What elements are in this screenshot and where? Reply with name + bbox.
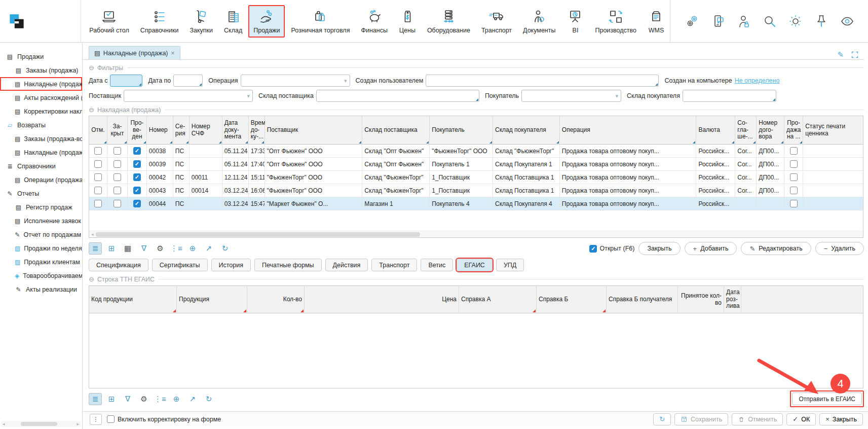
detail-tab[interactable]: УПД [496, 259, 524, 271]
column-header[interactable]: Статус печати ценника [803, 116, 863, 145]
nav-item[interactable]: Транспорт [476, 5, 517, 38]
column-header[interactable]: Продукция [177, 286, 247, 313]
add-list-icon[interactable]: ⊕ [170, 393, 183, 405]
marked-checkbox[interactable] [94, 187, 102, 194]
posted-checked-checkbox[interactable]: ✓ [133, 160, 141, 168]
column-header[interactable]: Отм. [89, 116, 107, 145]
sidebar-item[interactable]: ▤Продажи [0, 50, 82, 63]
posted-checked-checkbox[interactable]: ✓ [133, 147, 141, 155]
invoice-row[interactable]: ✓00043ПС0001403.12.2416:06"ФьюженТорг" О… [89, 184, 863, 197]
sidebar-item[interactable]: ▨Продажи клиентам п [0, 255, 82, 269]
column-header[interactable]: Поставщик [265, 116, 363, 145]
invoice-row[interactable]: ✓00042ПС0001112.11.2415:11"ФьюженТорг" О… [89, 171, 863, 184]
eye-icon[interactable] [840, 14, 855, 29]
column-header[interactable]: Врем до- ку-... [249, 116, 265, 145]
posted-checked-checkbox[interactable]: ✓ [133, 173, 141, 181]
nav-item[interactable]: BI [561, 5, 589, 38]
refresh-button[interactable]: ↻ [653, 413, 671, 425]
marked-checkbox[interactable] [94, 200, 102, 207]
more-actions-button[interactable]: ⋮ [90, 414, 102, 425]
nav-item[interactable]: Закупки [184, 5, 218, 38]
buyer-select[interactable]: ▾ [521, 90, 621, 102]
filter-icon[interactable]: ∇ [121, 393, 134, 405]
invoice-row[interactable]: ✓00039ПС05.11.2417:40"Опт Фьюжен" ОООСкл… [89, 158, 863, 171]
mobile-chat-icon[interactable] [710, 14, 726, 29]
date-to-input[interactable] [173, 75, 203, 87]
scroll-left-icon[interactable]: ◂ [1, 421, 7, 426]
column-header[interactable]: Про- ве- ден [128, 116, 147, 145]
retail-checkbox[interactable] [790, 173, 798, 181]
scroll-right-icon[interactable]: ▸ [75, 421, 81, 426]
retail-checkbox[interactable] [790, 160, 798, 168]
open-f6-checkbox[interactable]: ✓ Открыт (F6) [589, 245, 634, 253]
отменить-button[interactable]: Отменить [732, 413, 783, 425]
nav-item[interactable]: WMS [643, 5, 670, 38]
scrollbar-thumb[interactable] [96, 232, 420, 237]
column-header[interactable]: Номер [147, 116, 173, 145]
detail-tab[interactable]: История [211, 259, 251, 271]
operation-select[interactable]: ▾ [241, 75, 350, 87]
detail-view-icon[interactable]: ≣ [89, 242, 102, 255]
send-to-egais-button[interactable]: Отправить в ЕГАИС [792, 392, 862, 405]
sidebar-item[interactable]: ▤Регистр продаж [0, 200, 82, 214]
detail-tab[interactable]: ЕГАИС [457, 259, 493, 271]
grid-view-icon[interactable]: ⊞ [105, 393, 118, 405]
sidebar-item[interactable]: ▤Исполнение заявок ( [0, 214, 82, 228]
sidebar-hscrollbar[interactable]: ◂ ▸ [1, 421, 81, 427]
column-header[interactable]: Справка Б получателя [607, 286, 678, 313]
detail-tab[interactable]: Транспорт [371, 259, 417, 271]
sidebar-item[interactable]: ▤Накладные (продажа [0, 146, 82, 159]
sidebar-item[interactable]: ▱Возвраты [0, 118, 82, 132]
marked-checkbox[interactable] [94, 173, 102, 181]
marked-checkbox[interactable] [94, 160, 102, 168]
created-on-link[interactable]: Не определено [735, 77, 780, 84]
column-header[interactable]: Справка А [459, 286, 537, 313]
calendar-view-icon[interactable]: ▦ [121, 242, 134, 255]
collapse-icon[interactable]: ⊖ [89, 64, 94, 72]
action-button[interactable]: +Добавить [685, 242, 737, 255]
column-header[interactable]: Цена [305, 286, 459, 313]
supplier-wh-input[interactable] [316, 90, 479, 102]
column-header[interactable]: Справка Б [537, 286, 607, 313]
закрыть-button[interactable]: ×Закрыть [819, 413, 863, 425]
pin-icon[interactable] [814, 14, 829, 29]
posted-checked-checkbox[interactable]: ✓ [133, 200, 141, 207]
theme-icon[interactable] [788, 14, 803, 29]
action-button[interactable]: −Удалить [815, 242, 864, 255]
settings-gears-icon[interactable] [685, 14, 700, 29]
enable-correction-checkbox[interactable]: Включить корректировку на форме [107, 415, 221, 423]
sidebar-item[interactable]: ▤Корректировки накла [0, 104, 82, 118]
refresh-icon[interactable]: ↻ [218, 242, 232, 255]
created-by-input[interactable] [426, 75, 659, 87]
date-from-input[interactable] [110, 75, 142, 87]
sidebar-item[interactable]: ✎Акты реализации [0, 282, 82, 296]
column-header[interactable]: Код продукции [89, 286, 177, 313]
sidebar-item[interactable]: ▤Заказы (продажа) [0, 63, 82, 77]
settings-icon[interactable]: ⚙ [154, 242, 167, 255]
retail-checkbox[interactable] [790, 187, 798, 194]
checkbox-unchecked-icon[interactable] [107, 415, 115, 423]
close-tab-icon[interactable]: × [171, 50, 175, 57]
nav-item[interactable]: Финансы [356, 5, 392, 38]
close-list-button[interactable]: Закрыть [638, 242, 680, 255]
user-lock-icon[interactable] [736, 14, 751, 29]
collapse-icon[interactable]: ⊖ [89, 106, 94, 114]
sidebar-item[interactable]: ▤Заказы (продажа-воз [0, 132, 82, 146]
sidebar-item[interactable]: ▤Накладные (продажа [0, 77, 82, 91]
closed-checkbox[interactable] [114, 173, 121, 181]
detail-view-icon[interactable]: ≣ [89, 393, 102, 405]
сохранить-button[interactable]: Сохранить [674, 413, 728, 425]
sidebar-item[interactable]: ▤Акты расхождений (п [0, 91, 82, 104]
marked-checkbox[interactable] [94, 147, 102, 155]
invoices-hscrollbar[interactable]: ◂ [89, 231, 863, 237]
sidebar-item[interactable]: ✎Отчет по продажам [0, 228, 82, 241]
detail-tab[interactable]: Ветис [421, 259, 453, 271]
nav-item[interactable]: Продажи [248, 5, 285, 38]
column-header[interactable]: Покупатель [430, 116, 493, 145]
collapse-icon[interactable]: ⊖ [89, 275, 94, 283]
open-window-icon[interactable]: ↗ [186, 393, 199, 405]
column-header[interactable]: Склад покупателя [493, 116, 560, 145]
supplier-select[interactable]: ▾ [124, 90, 253, 102]
sidebar-item[interactable]: ✎Отчеты [0, 187, 82, 200]
checkbox-checked-icon[interactable]: ✓ [589, 245, 597, 253]
